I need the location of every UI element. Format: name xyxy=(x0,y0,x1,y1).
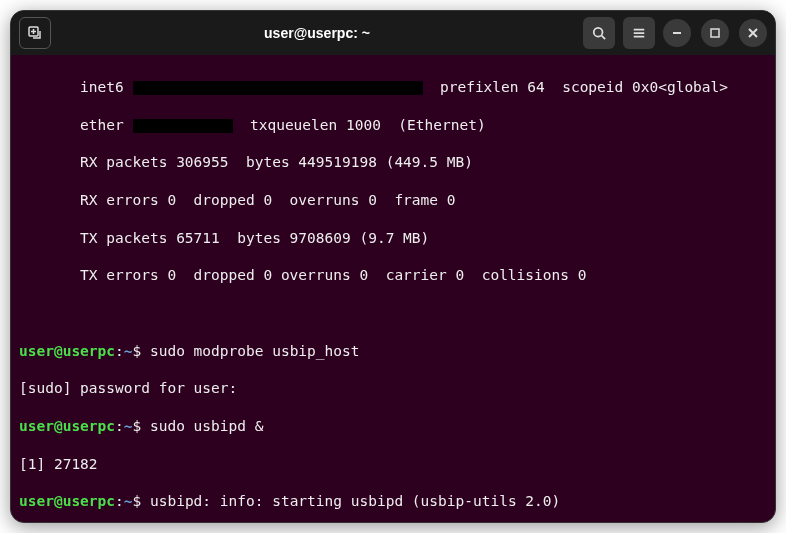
window-controls xyxy=(663,19,767,47)
terminal-output[interactable]: inet6 prefixlen 64 scopeid 0x0<global> e… xyxy=(11,55,775,522)
maximize-icon xyxy=(710,28,720,38)
output-line: RX packets 306955 bytes 449519198 (449.5… xyxy=(19,153,767,172)
redacted-mac xyxy=(133,119,233,133)
output-line: TX errors 0 dropped 0 overruns 0 carrier… xyxy=(19,266,767,285)
output-line: [1] 27182 xyxy=(19,455,767,474)
close-button[interactable] xyxy=(739,19,767,47)
prompt-line: user@userpc:~$ usbipd: info: starting us… xyxy=(19,492,767,511)
svg-rect-2 xyxy=(711,29,719,37)
new-tab-button[interactable] xyxy=(19,17,51,49)
search-button[interactable] xyxy=(583,17,615,49)
redacted-ipv6 xyxy=(133,81,423,95)
minimize-icon xyxy=(672,28,682,38)
output-line xyxy=(19,304,767,323)
terminal-window: user@userpc: ~ inet6 prefixlen 64 scopei… xyxy=(10,10,776,523)
svg-point-1 xyxy=(594,28,603,37)
plus-tab-icon xyxy=(27,25,43,41)
maximize-button[interactable] xyxy=(701,19,729,47)
menu-button[interactable] xyxy=(623,17,655,49)
close-icon xyxy=(748,28,758,38)
search-icon xyxy=(592,26,606,40)
output-line: [sudo] password for user: xyxy=(19,379,767,398)
minimize-button[interactable] xyxy=(663,19,691,47)
output-line: inet6 prefixlen 64 scopeid 0x0<global> xyxy=(19,78,767,97)
output-line: ether txqueuelen 1000 (Ethernet) xyxy=(19,116,767,135)
prompt-line: user@userpc:~$ sudo usbipd & xyxy=(19,417,767,436)
hamburger-icon xyxy=(632,26,646,40)
window-title: user@userpc: ~ xyxy=(59,25,575,41)
prompt-line: user@userpc:~$ sudo modprobe usbip_host xyxy=(19,342,767,361)
output-line: TX packets 65711 bytes 9708609 (9.7 MB) xyxy=(19,229,767,248)
output-line: RX errors 0 dropped 0 overruns 0 frame 0 xyxy=(19,191,767,210)
titlebar: user@userpc: ~ xyxy=(11,11,775,55)
